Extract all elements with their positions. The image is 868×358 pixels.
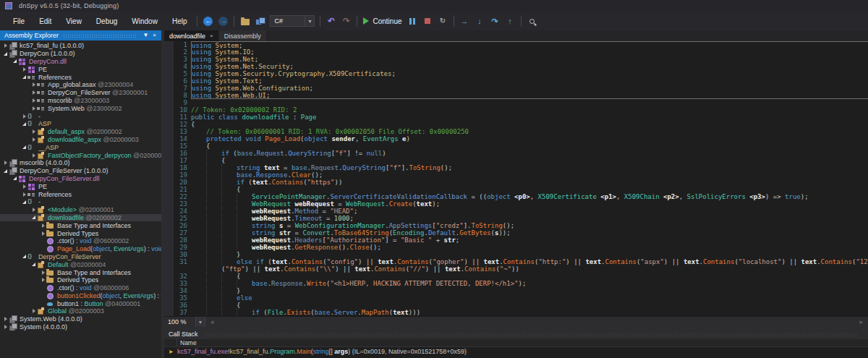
code-line[interactable]: 34} (164, 287, 868, 294)
code-line[interactable]: 26string s = WebConfigurationManager.App… (164, 222, 868, 229)
tab-disassembly[interactable]: Disassembly (219, 30, 266, 41)
scroll-right-icon[interactable]: ► (855, 319, 868, 325)
expanded-arrow-icon[interactable] (21, 75, 27, 79)
breakpoint-margin[interactable] (164, 236, 174, 244)
tree-item[interactable]: System (4.0.0.0) (0, 323, 161, 331)
collapsed-arrow-icon[interactable] (21, 67, 27, 72)
tree-item[interactable]: DerpyCon_FileServer.dll (0, 175, 161, 183)
tree-item[interactable]: button1Clicked(object, EventArgs) : void (0, 292, 161, 300)
breakpoint-margin[interactable] (164, 142, 174, 150)
close-icon[interactable]: × (210, 33, 213, 39)
breakpoint-margin[interactable] (164, 85, 174, 92)
code-line[interactable]: 1using System; (164, 41, 868, 48)
tree-item[interactable]: DerpyCon_FileServer (0, 253, 161, 261)
collapsed-arrow-icon[interactable] (40, 223, 46, 228)
tree-item[interactable]: FastObjectFactory_derpycon @02000004 (0, 151, 161, 159)
collapsed-arrow-icon[interactable] (21, 192, 27, 197)
code-line[interactable]: 31else if (text.Contains("config") || te… (164, 258, 868, 265)
collapsed-arrow-icon[interactable] (30, 98, 37, 103)
breakpoint-margin[interactable] (164, 150, 174, 157)
code-line[interactable]: 30} (164, 251, 868, 258)
collapsed-arrow-icon[interactable] (30, 137, 37, 142)
tree-item[interactable]: default_aspx @02000002 (0, 128, 161, 136)
collapsed-arrow-icon[interactable] (40, 270, 46, 275)
step-into-button[interactable]: ↓ (473, 14, 487, 28)
stop-debugging-button[interactable] (421, 14, 435, 28)
language-selector[interactable]: C# ▼ (270, 15, 315, 27)
collapsed-arrow-icon[interactable] (30, 153, 37, 158)
code-line[interactable]: 15{ (164, 142, 868, 150)
breakpoint-margin[interactable] (164, 280, 174, 287)
scroll-left-icon[interactable]: ◄ (205, 319, 218, 325)
breakpoint-margin[interactable] (164, 229, 174, 236)
tree-item[interactable]: System.Web @23000002 (0, 104, 161, 112)
breakpoint-margin[interactable] (164, 63, 174, 70)
tree-item[interactable]: Global @02000003 (0, 307, 161, 315)
tree-item[interactable]: Base Type and Interfaces (0, 268, 161, 276)
step-over-button[interactable]: ↷ (488, 14, 502, 28)
tree-item[interactable]: Derived Types (0, 276, 161, 284)
call-stack-frame[interactable]: ➤kc57_final_fu.exe!kc57_final_fu.Program… (164, 347, 868, 356)
horizontal-scrollbar[interactable]: ◄ ► (205, 317, 868, 327)
tree-item[interactable]: .ctor() : void @06000006 (0, 284, 161, 292)
collapsed-arrow-icon[interactable] (40, 231, 46, 236)
open-button[interactable] (238, 14, 252, 28)
collapsed-arrow-icon[interactable] (30, 129, 37, 134)
tree-item[interactable]: DerpyCon (1.0.0.0) (0, 50, 161, 58)
tree-item[interactable]: DerpyCon_FileServer (1.0.0.0) (0, 167, 161, 175)
menu-debug[interactable]: Debug (89, 14, 124, 28)
breakpoint-margin[interactable] (164, 193, 174, 200)
collapsed-arrow-icon[interactable] (2, 325, 9, 329)
breakpoint-margin[interactable] (164, 258, 174, 265)
menu-help[interactable]: Help (165, 14, 195, 28)
breakpoint-margin[interactable] (164, 200, 174, 208)
zoom-dropdown[interactable]: ▼ (196, 317, 205, 327)
code-line[interactable]: 18string text = base.Request.QueryString… (164, 164, 868, 171)
breakpoint-margin[interactable] (164, 56, 174, 63)
expanded-arrow-icon[interactable] (30, 216, 37, 219)
breakpoint-margin[interactable] (164, 157, 174, 164)
code-line[interactable]: 17{ (164, 157, 868, 164)
tree-item[interactable]: mscorlib (4.0.0.0) (0, 159, 161, 167)
code-line[interactable]: 2using System.IO; (164, 48, 868, 56)
menu-file[interactable]: File (6, 14, 32, 28)
expanded-arrow-icon[interactable] (21, 200, 27, 204)
expanded-arrow-icon[interactable] (2, 169, 9, 173)
breakpoint-margin[interactable] (164, 186, 174, 193)
breakpoint-margin[interactable] (164, 99, 174, 106)
breakpoint-margin[interactable] (164, 244, 174, 251)
breakpoint-margin[interactable] (164, 106, 174, 114)
tree-item[interactable]: - (0, 198, 161, 206)
collapsed-arrow-icon[interactable] (30, 82, 37, 87)
code-line[interactable]: 28webRequest.Headers["Authorization"] = … (164, 236, 868, 244)
breakpoint-margin[interactable] (164, 128, 174, 135)
collapsed-arrow-icon[interactable] (21, 184, 27, 189)
code-line[interactable]: 11public class downloadfile : Page (164, 114, 868, 121)
tab-downloadfile[interactable]: downloadfile× (164, 30, 218, 41)
tree-item[interactable]: DerpyCon_FileServer @23000001 (0, 89, 161, 97)
collapsed-arrow-icon[interactable] (2, 161, 9, 165)
tree-item[interactable]: App_global.asax @23000004 (0, 81, 161, 89)
collapsed-arrow-icon[interactable] (40, 278, 46, 282)
code-line[interactable]: 22ServicePointManager.ServerCertificateV… (164, 193, 868, 200)
tree-item[interactable]: .ctor() : void @06000002 (0, 237, 161, 245)
menu-window[interactable]: Window (124, 14, 165, 28)
code-line[interactable]: 25webRequest.Timeout = 1000; (164, 215, 868, 222)
expanded-arrow-icon[interactable] (21, 122, 27, 126)
breakpoint-margin[interactable] (164, 215, 174, 222)
expanded-arrow-icon[interactable] (12, 59, 18, 63)
code-line[interactable]: 19base.Response.Clear(); (164, 171, 868, 179)
breakpoint-margin[interactable] (164, 265, 174, 273)
breakpoint-margin[interactable] (164, 251, 174, 258)
collapsed-arrow-icon[interactable] (30, 309, 37, 313)
tree-item[interactable]: Default @02000004 (0, 260, 161, 268)
tree-item[interactable]: Derived Types (0, 229, 161, 237)
breakpoint-margin[interactable] (164, 92, 174, 99)
code-line[interactable]: 10// Token: 0x02000002 RID: 2 (164, 106, 868, 114)
tree-item[interactable]: <Module> @02000001 (0, 206, 161, 214)
collapsed-arrow-icon[interactable] (30, 90, 37, 95)
code-line[interactable]: 36{ (164, 302, 868, 309)
breakpoint-margin[interactable] (164, 222, 174, 229)
code-line[interactable]: 23WebRequest webRequest = WebRequest.Cre… (164, 200, 868, 208)
code-line[interactable]: 29webRequest.GetResponse().Close(); (164, 244, 868, 251)
